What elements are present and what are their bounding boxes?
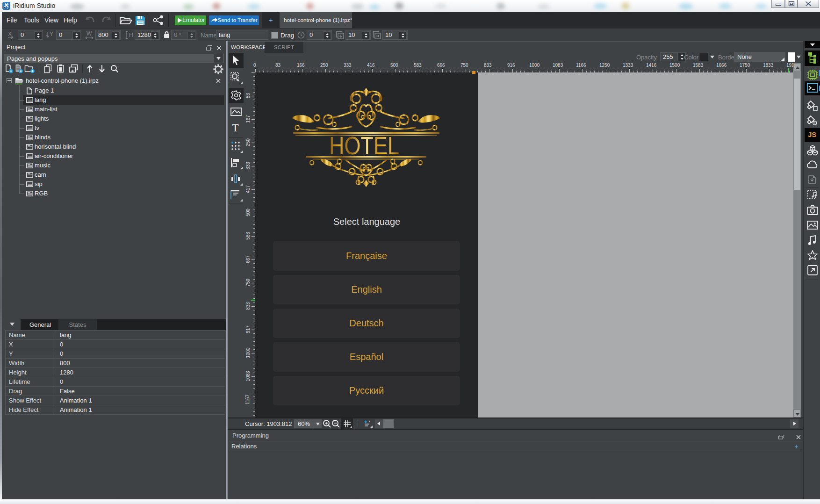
svg-text:X: X: [8, 31, 12, 37]
svg-text:Y: Y: [50, 31, 53, 37]
svg-text:HOTEL: HOTEL: [329, 132, 399, 159]
svg-text:W: W: [86, 31, 92, 37]
svg-text:H: H: [129, 32, 133, 38]
